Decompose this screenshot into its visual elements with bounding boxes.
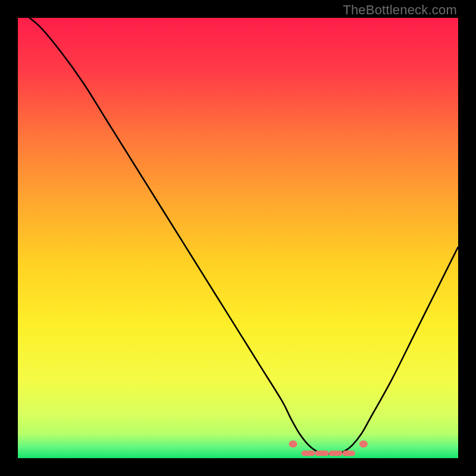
chart-plot-area <box>18 18 458 458</box>
svg-rect-0 <box>18 18 458 458</box>
chart-frame <box>18 18 458 458</box>
watermark-text: TheBottleneck.com <box>343 2 457 18</box>
heat-gradient-background <box>18 18 458 458</box>
